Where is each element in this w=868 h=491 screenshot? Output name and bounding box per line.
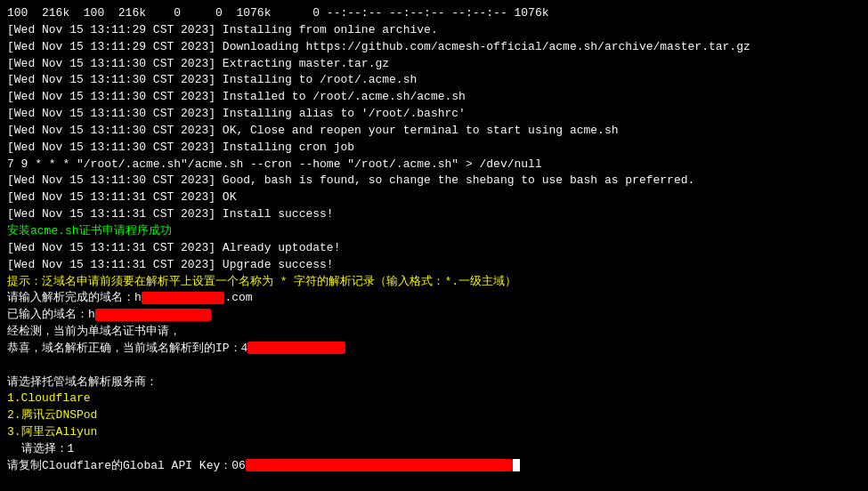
line-12: [Wed Nov 15 13:11:31 CST 2023] OK [7,189,861,206]
line-6: [Wed Nov 15 13:11:30 CST 2023] Installed… [7,89,861,106]
line-4: [Wed Nov 15 13:11:30 CST 2023] Extractin… [7,56,861,73]
redacted-api-key [246,459,513,471]
redacted-domain-entered [95,309,211,321]
line-13: [Wed Nov 15 13:11:31 CST 2023] Install s… [7,206,861,223]
line-16: [Wed Nov 15 13:11:31 CST 2023] Upgrade s… [7,257,861,274]
redacted-domain-input [142,292,225,304]
line-8: [Wed Nov 15 13:11:30 CST 2023] OK, Close… [7,123,861,140]
terminal: 100 216k 100 216k 0 0 1076k 0 --:--:-- -… [0,0,868,491]
line-28: 请复制Cloudflare的Global API Key：06 [7,458,861,475]
line-1: 100 216k 100 216k 0 0 1076k 0 --:--:-- -… [7,5,861,22]
line-20: 经检测，当前为单域名证书申请， [7,324,861,341]
line-14: 安装acme.sh证书申请程序成功 [7,223,861,240]
line-11: [Wed Nov 15 13:11:30 CST 2023] Good, bas… [7,173,861,189]
line-23: 请选择托管域名解析服务商： [7,374,861,391]
line-26: 3.阿里云Aliyun [7,424,861,441]
cursor [513,459,520,471]
line-22 [7,358,861,374]
line-15: [Wed Nov 15 13:11:31 CST 2023] Already u… [7,240,861,257]
line-3: [Wed Nov 15 13:11:29 CST 2023] Downloadi… [7,39,861,56]
line-17: 提示：泛域名申请前须要在解析平上设置一个名称为 * 字符的解析记录（输入格式：*… [7,274,861,291]
line-19: 已输入的域名：h [7,307,861,324]
line-2: [Wed Nov 15 13:11:29 CST 2023] Installin… [7,22,861,39]
line-5: [Wed Nov 15 13:11:30 CST 2023] Installin… [7,72,861,89]
line-24: 1.Cloudflare [7,390,861,407]
line-7: [Wed Nov 15 13:11:30 CST 2023] Installin… [7,106,861,123]
line-27: 请选择：1 [7,441,861,458]
line-18: 请输入解析完成的域名：h .com [7,290,861,307]
line-9: [Wed Nov 15 13:11:30 CST 2023] Installin… [7,140,861,157]
line-21: 恭喜，域名解析正确，当前域名解析到的IP：4 [7,341,861,358]
redacted-ip [247,342,345,354]
line-10: 7 9 * * * "/root/.acme.sh"/acme.sh --cro… [7,157,861,173]
line-25: 2.腾讯云DNSPod [7,407,861,424]
